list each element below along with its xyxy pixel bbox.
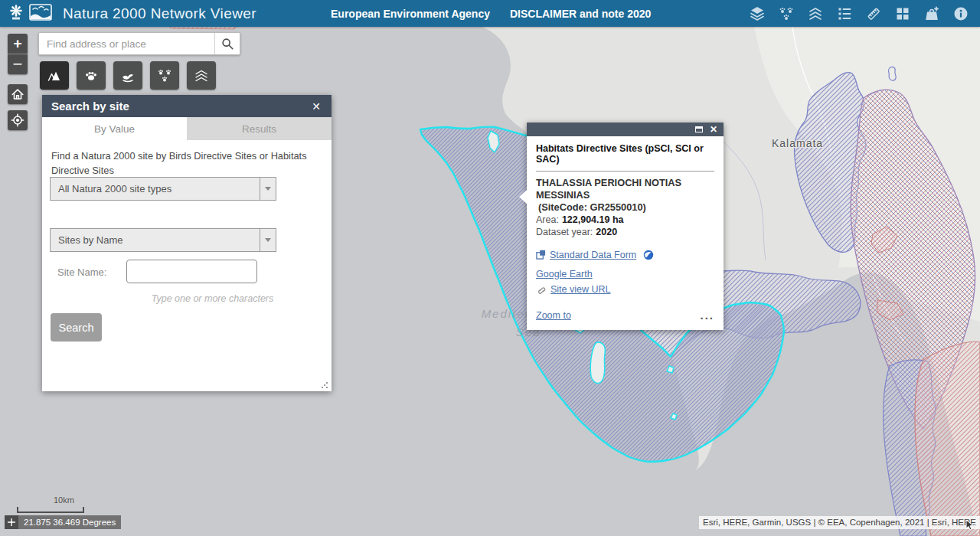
site-name-input[interactable]	[126, 260, 257, 283]
scalebar	[17, 507, 84, 513]
minus-icon: −	[13, 54, 23, 74]
area-label: Area:	[536, 214, 559, 225]
popup-links: Standard Data Form Google Earth Site vie…	[536, 247, 714, 297]
all-sites-button[interactable]	[150, 61, 179, 90]
site-name-hint: Type one or more characters	[126, 293, 299, 304]
popup-body: Habitats Directive Sites (pSCI, SCI or S…	[527, 136, 724, 330]
habitats-sites-button[interactable]	[40, 61, 69, 90]
google-earth-icon	[643, 250, 654, 260]
panel-titlebar[interactable]: Search by site ✕	[42, 95, 332, 117]
feature-popup: ✕ Habitats Directive Sites (pSCI, SCI or…	[527, 123, 724, 330]
popup-divider	[536, 171, 714, 172]
geocoder-searchbox	[38, 32, 240, 55]
more-options-icon[interactable]: ...	[700, 312, 714, 319]
panel-description: Find a Natura 2000 site by Birds Directi…	[51, 149, 324, 178]
site-code: (SiteCode: GR2550010)	[536, 201, 714, 213]
info-icon[interactable]	[946, 0, 975, 27]
paws-group-icon	[156, 67, 173, 84]
basemap-grid-icon[interactable]	[888, 0, 917, 27]
popup-layer-title: Habitats Directive Sites (pSCI, SCI or S…	[536, 143, 714, 165]
disclaimer-link[interactable]: DISCLAIMER and note 2020	[510, 8, 651, 20]
site-name: THALASSIA PERIOCHI NOTIAS MESSINIAS	[536, 177, 714, 201]
dataset-year-value: 2020	[596, 227, 617, 237]
chevron-down-icon	[265, 238, 271, 242]
popup-titlebar[interactable]: ✕	[527, 123, 724, 136]
zoom-in-button[interactable]: +	[8, 34, 28, 54]
coordinates-capture-button[interactable]	[5, 515, 18, 529]
area-row: Area:122,904.19 ha	[536, 214, 714, 225]
birds-site-sliver-top	[165, 27, 239, 29]
app-header: Natura 2000 Network Viewer European Envi…	[0, 0, 980, 27]
application-window: Kalamata Mediterranean Sea	[0, 0, 980, 536]
panel-title: Search by site	[51, 100, 310, 113]
map-attribution: Esri, HERE, Garmin, USGS | © EEA, Copenh…	[699, 516, 980, 529]
tab-results[interactable]: Results	[187, 117, 332, 140]
data-form-icon	[536, 250, 546, 260]
waves-icon[interactable]	[801, 0, 830, 27]
dataset-year-label: Dataset year:	[536, 227, 593, 237]
site-type-dropdown-value: All Natura 2000 site types	[51, 183, 260, 194]
plus-icon: +	[13, 35, 21, 52]
mouse-cursor-icon	[965, 519, 975, 531]
mountain-icon	[46, 67, 63, 84]
eea-agency-link[interactable]: European Environment Agency	[331, 8, 490, 20]
marine-sites-button[interactable]	[187, 61, 216, 90]
locate-target-icon	[10, 113, 25, 128]
legend-list-icon[interactable]	[830, 0, 859, 27]
dataset-year-row: Dataset year:2020	[536, 227, 714, 237]
google-earth-link[interactable]: Google Earth	[536, 266, 593, 282]
stacked-waves-icon	[193, 67, 210, 84]
home-icon	[10, 87, 25, 102]
search-icon	[220, 37, 234, 51]
dropdown-arrow-button[interactable]	[260, 229, 276, 251]
standard-data-form-link[interactable]: Standard Data Form	[550, 247, 636, 263]
popup-footer: Zoom to ...	[536, 310, 714, 321]
map-label-kalamata: Kalamata	[772, 137, 823, 149]
site-name-label: Site Name:	[57, 266, 106, 278]
layer-toolbar	[40, 61, 216, 90]
close-icon[interactable]: ✕	[710, 125, 717, 134]
maximize-icon[interactable]	[695, 126, 703, 132]
birds-sites-button[interactable]	[77, 61, 106, 90]
panel-body: Find a Natura 2000 site by Birds Directi…	[42, 140, 332, 391]
bird-habitat-overlap-button[interactable]	[113, 61, 142, 90]
site-view-url-link[interactable]: Site view URL	[550, 282, 611, 297]
zoom-to-link[interactable]: Zoom to	[536, 310, 571, 321]
coordinates-readout: 21.875 36.469 Degrees	[18, 515, 121, 529]
link-chain-icon	[536, 284, 547, 295]
search-by-site-panel: Search by site ✕ By Value Results Find a…	[42, 95, 332, 391]
birds-site-southeast-polygon[interactable]	[915, 342, 980, 536]
paw-icon	[83, 67, 100, 84]
geocoder-search-button[interactable]	[214, 33, 240, 54]
panel-resize-handle[interactable]	[322, 382, 328, 388]
tab-by-value[interactable]: By Value	[42, 117, 187, 140]
page-title: Natura 2000 Network Viewer	[63, 5, 256, 22]
add-data-icon[interactable]	[917, 0, 946, 27]
panel-tabs: By Value Results	[42, 117, 332, 140]
header-links: European Environment Agency DISCLAIMER a…	[331, 0, 651, 27]
scalebar-label: 10km	[54, 495, 74, 505]
address-search-input[interactable]	[39, 33, 214, 54]
zoom-out-button[interactable]: −	[8, 54, 28, 74]
popup-pointer	[519, 190, 527, 204]
site-type-dropdown[interactable]: All Natura 2000 site types	[50, 177, 276, 201]
close-icon[interactable]: ✕	[310, 99, 322, 114]
layers-icon[interactable]	[743, 0, 772, 27]
paws-icon[interactable]	[772, 0, 801, 27]
search-button[interactable]: Search	[51, 313, 102, 342]
search-mode-dropdown[interactable]: Sites by Name	[50, 228, 276, 252]
locate-button[interactable]	[8, 110, 28, 130]
bird-icon	[119, 67, 136, 84]
dropdown-arrow-button[interactable]	[260, 178, 276, 200]
search-mode-dropdown-value: Sites by Name	[51, 234, 260, 246]
crosshair-icon	[7, 518, 16, 527]
home-button[interactable]	[8, 84, 28, 104]
area-value: 122,904.19 ha	[562, 214, 624, 225]
eea-logo[interactable]	[7, 3, 25, 25]
natura2000-logo[interactable]	[29, 3, 52, 25]
chevron-down-icon	[265, 187, 271, 191]
measure-ruler-icon[interactable]	[859, 0, 888, 27]
coordinates-widget: 21.875 36.469 Degrees	[5, 515, 121, 529]
